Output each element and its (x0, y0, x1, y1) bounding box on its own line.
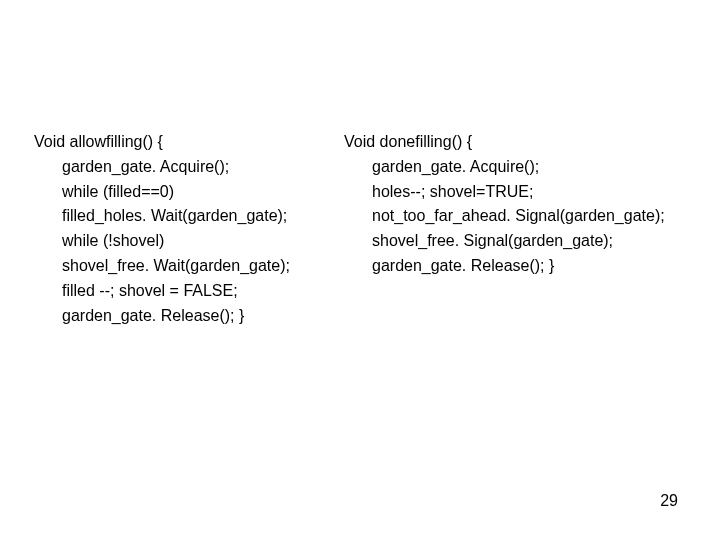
left-column: Void allowfilling() { garden_gate. Acqui… (34, 130, 344, 328)
left-header: Void allowfilling() { (34, 130, 344, 155)
right-line-1: garden_gate. Acquire(); (344, 155, 684, 180)
right-header: Void donefilling() { (344, 130, 684, 155)
left-line-4: while (!shovel) (34, 229, 344, 254)
left-line-7: garden_gate. Release(); } (34, 304, 344, 329)
right-line-4: shovel_free. Signal(garden_gate); (344, 229, 684, 254)
right-line-3: not_too_far_ahead. Signal(garden_gate); (344, 204, 684, 229)
code-columns: Void allowfilling() { garden_gate. Acqui… (34, 130, 684, 328)
left-line-2: while (filled==0) (34, 180, 344, 205)
page-number: 29 (660, 492, 678, 510)
right-line-2: holes--; shovel=TRUE; (344, 180, 684, 205)
left-line-1: garden_gate. Acquire(); (34, 155, 344, 180)
right-column: Void donefilling() { garden_gate. Acquir… (344, 130, 684, 328)
right-line-5: garden_gate. Release(); } (344, 254, 684, 279)
left-line-3: filled_holes. Wait(garden_gate); (34, 204, 344, 229)
left-line-6: filled --; shovel = FALSE; (34, 279, 344, 304)
left-line-5: shovel_free. Wait(garden_gate); (34, 254, 344, 279)
